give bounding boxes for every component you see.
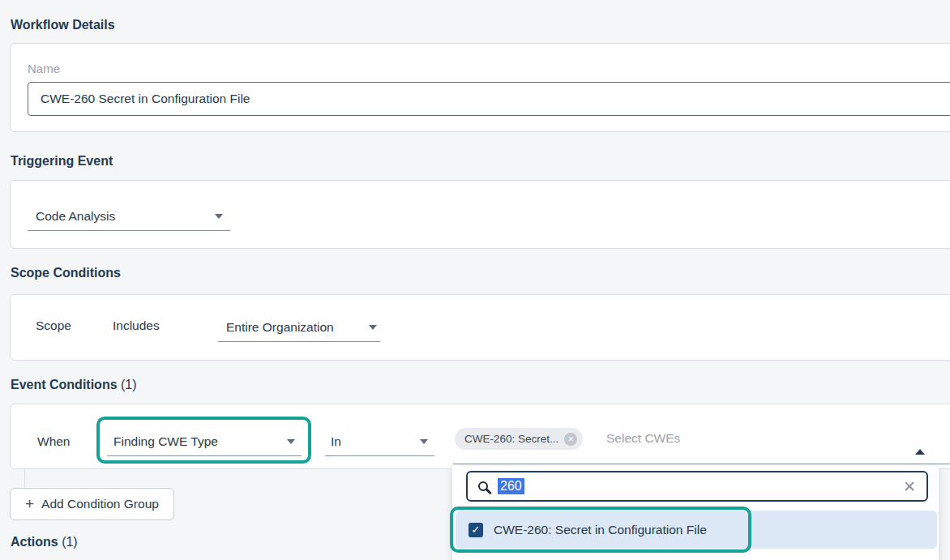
event-conditions-card: When Finding CWE Type In CWE-260: Secret…	[10, 404, 950, 469]
cwe-search-value: 260	[498, 478, 524, 494]
plus-icon: +	[25, 495, 34, 513]
actions-count: (1)	[62, 535, 78, 549]
event-conditions-title: Event Conditions (1)	[11, 378, 137, 392]
cwe-multiselect-placeholder: Select CWEs	[606, 431, 680, 446]
condition-operator-value: In	[325, 434, 341, 449]
cwe-dropdown-panel: 260 ✕ ✓ CWE-260: Secret in Configuration…	[452, 466, 939, 560]
chip-remove-icon[interactable]: ✕	[564, 433, 577, 446]
name-input-value: CWE-260 Secret in Configuration File	[41, 92, 250, 106]
event-conditions-count: (1)	[121, 378, 137, 391]
scope-value: Entire Organization	[218, 320, 334, 335]
condition-field-select[interactable]: Finding CWE Type	[107, 427, 302, 456]
chevron-up-icon[interactable]	[915, 435, 925, 450]
condition-operator-select[interactable]: In	[325, 427, 434, 456]
scope-operator-label: Includes	[113, 318, 160, 333]
scope-conditions-card: Scope Includes Entire Organization	[10, 294, 950, 361]
condition-field-value: Finding CWE Type	[107, 434, 218, 449]
chevron-down-icon	[287, 439, 295, 444]
add-condition-group-label: Add Condition Group	[41, 497, 159, 511]
add-condition-group-button[interactable]: + Add Condition Group	[10, 488, 174, 520]
workflow-details-title: Workflow Details	[11, 18, 115, 32]
chevron-down-icon	[369, 325, 377, 330]
chevron-down-icon	[420, 439, 428, 444]
cwe-multiselect-underline	[453, 464, 950, 464]
triggering-event-select[interactable]: Code Analysis	[28, 202, 230, 231]
search-icon	[478, 481, 488, 491]
actions-title-text: Actions	[11, 535, 58, 549]
name-label: Name	[28, 62, 60, 75]
cwe-option-row[interactable]: ✓ CWE-260: Secret in Configuration File	[456, 511, 937, 549]
scope-conditions-title: Scope Conditions	[11, 266, 121, 280]
event-conditions-title-text: Event Conditions	[11, 378, 118, 391]
condition-group-connector-line	[24, 469, 25, 489]
chevron-up-glyph	[915, 435, 925, 455]
name-input[interactable]: CWE-260 Secret in Configuration File	[28, 82, 950, 116]
cwe-option-label: CWE-260: Secret in Configuration File	[494, 523, 707, 537]
selected-cwe-chip[interactable]: CWE-260: Secret... ✕	[455, 428, 583, 450]
search-clear-icon[interactable]: ✕	[903, 479, 916, 494]
triggering-event-value: Code Analysis	[28, 209, 115, 224]
triggering-event-card: Code Analysis	[10, 180, 950, 249]
workflow-editor-page: Workflow Details Name CWE-260 Secret in …	[0, 0, 950, 560]
triggering-event-title: Triggering Event	[11, 154, 113, 169]
cwe-option-checkbox[interactable]: ✓	[469, 523, 483, 537]
cwe-search-input[interactable]: 260 ✕	[466, 471, 928, 502]
actions-title: Actions (1)	[11, 535, 78, 549]
when-label: When	[37, 434, 71, 449]
workflow-details-card: Name CWE-260 Secret in Configuration Fil…	[10, 43, 950, 132]
chevron-down-icon	[215, 214, 223, 219]
selected-cwe-chip-label: CWE-260: Secret...	[464, 433, 558, 445]
scope-label: Scope	[36, 318, 71, 333]
scope-value-select[interactable]: Entire Organization	[218, 313, 380, 342]
